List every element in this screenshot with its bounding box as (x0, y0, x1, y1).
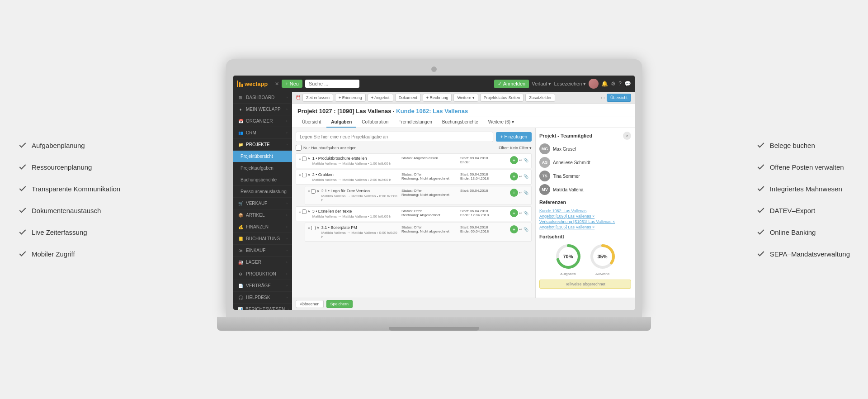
tab-weitere-(6)-▾[interactable]: Weitere (6) ▾ (484, 117, 519, 128)
zeit-button[interactable]: Zeit erfassen (302, 94, 333, 102)
task-reply-icon[interactable]: ↩ (519, 211, 523, 215)
ubersicht-button[interactable]: Übersicht (607, 94, 631, 102)
nav-item-verkauf[interactable]: 🛒VERKAUF› (233, 198, 292, 209)
task-attach-icon[interactable]: 📎 (524, 190, 528, 195)
task-reply-icon[interactable]: ↩ (519, 174, 523, 179)
task-checkbox[interactable] (311, 189, 316, 194)
nav-item-verträge[interactable]: 📄VERTRÄGE› (233, 280, 292, 292)
gear-icon[interactable]: ⚙ (611, 81, 616, 87)
nav-icon: 👥 (238, 131, 243, 135)
weitere-button[interactable]: Weitere ▾ (453, 94, 478, 102)
logo-bar-1 (237, 81, 238, 87)
teilweise-badge: Teilweise abgerechnet (539, 280, 631, 289)
task-reply-icon[interactable]: ↩ (519, 158, 523, 162)
speichern-button[interactable]: Speichern (326, 300, 353, 308)
nav-item-projekte[interactable]: 📁PROJEKTE› (233, 139, 292, 151)
task-billing: Rechnung: Nicht abgerechnet (401, 193, 456, 197)
task-add-button[interactable]: + (510, 189, 518, 197)
projektstatus-button[interactable]: Projektstatus-Seiten (480, 94, 524, 102)
aufwand-percent-label: 35% (597, 254, 607, 259)
reference-link[interactable]: Verkaufsrechnung [S1051] Las Vallenas × (539, 219, 631, 224)
task-attach-icon[interactable]: 📎 (524, 158, 528, 162)
close-icon[interactable]: ✕ (275, 81, 279, 87)
customer-link[interactable]: Kunde 1062: Las Vallenas (396, 108, 468, 114)
task-checkbox[interactable] (311, 226, 316, 230)
nav-item-projektaufgaben[interactable]: Projektaufgaben (233, 162, 292, 174)
new-button[interactable]: + Neu (282, 80, 302, 88)
nav-item-produktion[interactable]: ⚙PRODUKTION› (233, 268, 292, 280)
nav-item-organizer[interactable]: 📅ORGANIZER› (233, 115, 292, 127)
task-reply-icon[interactable]: ↩ (519, 227, 523, 232)
tab-buchungsberichte[interactable]: Buchungsberichte (438, 117, 483, 128)
bell-icon[interactable]: 🔔 (601, 81, 608, 87)
task-start: Start: 06.04.2018 (460, 225, 505, 229)
task-attach-icon[interactable]: 📎 (524, 174, 528, 179)
nav-item-mein-weclapp[interactable]: ♦MEIN WECLAPP› (233, 104, 292, 115)
nav-item-einkauf[interactable]: 🛍EINKAUF› (233, 245, 292, 256)
task-icons: ≡ ⚑ (308, 225, 320, 230)
question-icon[interactable]: ? (618, 81, 622, 87)
abbrechen-button[interactable]: Abbrechen (296, 300, 324, 308)
task-add-button[interactable]: + (510, 209, 518, 217)
tab-übersicht[interactable]: Übersicht (297, 117, 326, 128)
nav-item-berichtswesen[interactable]: 📊BERICHTSWESEN› (233, 304, 292, 310)
task-meta: Matilda Vallena → Matilda Vallena • 0:00… (321, 194, 400, 202)
nav-item-crm[interactable]: 👥CRM› (233, 127, 292, 139)
task-status: Status: Offen (401, 172, 456, 176)
reference-link[interactable]: Angebot [1090] Las Vallenas × (539, 214, 631, 218)
task-name: 1 • Produktbroschüre erstellen (312, 156, 400, 161)
tab-fremdleistungen[interactable]: Fremdleistungen (394, 117, 436, 128)
anmelden-button[interactable]: ✓ Anmelden (494, 80, 529, 88)
filter-right-label[interactable]: Filter: Kein Filter ▾ (499, 146, 532, 150)
next-icon[interactable]: › (604, 96, 605, 100)
new-task-input[interactable] (296, 132, 493, 142)
left-feature-item: Transparente Kommunikation (18, 184, 120, 193)
task-attach-icon[interactable]: 📎 (524, 227, 528, 232)
nav-item-projektübersicht[interactable]: Projektübersicht (233, 151, 292, 162)
task-end: Ende: 13.04.2018 (460, 176, 505, 180)
aufwand-circle: 35% Aufwand (589, 243, 616, 276)
nav-item-buchhaltung[interactable]: 📒BUCHHALTUNG› (233, 233, 292, 245)
comment-icon[interactable]: 💬 (624, 81, 631, 87)
feature-label: Dokumentenaustausch (32, 207, 101, 214)
reference-link[interactable]: Angebot [1105] Las Vallenas × (539, 225, 631, 229)
rechnung-button[interactable]: + Rechnung (423, 94, 452, 102)
nav-item-finanzen[interactable]: 💰FINANZEN› (233, 221, 292, 233)
task-checkbox[interactable] (302, 173, 307, 177)
nav-item-lager[interactable]: 🏭LAGER› (233, 256, 292, 268)
angebot-button[interactable]: + Angebot (368, 94, 393, 102)
tab-aufgaben[interactable]: Aufgaben (326, 117, 356, 128)
task-checkbox[interactable] (302, 157, 307, 161)
nav-expand-icon: › (286, 213, 288, 217)
nav-item-artikel[interactable]: 📦ARTIKEL› (233, 209, 292, 221)
tab-collaboration[interactable]: Collaboration (357, 117, 393, 128)
verlauf-link[interactable]: Verlauf ▾ (532, 81, 551, 87)
erinnerung-button[interactable]: + Erinnerung (335, 94, 366, 102)
left-nav: ⊞DASHBOARD›♦MEIN WECLAPP›📅ORGANIZER›👥CRM… (233, 92, 292, 310)
task-add-button[interactable]: + (510, 172, 518, 180)
task-add-button[interactable]: + (510, 156, 518, 164)
lesezeichen-link[interactable]: Lesezeichen ▾ (554, 81, 586, 87)
main-tasks-checkbox[interactable] (296, 145, 302, 151)
search-input[interactable] (305, 80, 359, 88)
nav-item-ressourcenauslastung[interactable]: Ressourcenauslastung (233, 186, 292, 198)
task-reply-icon[interactable]: ↩ (519, 190, 523, 195)
team-member: AS Anneliese Schmidt (539, 157, 631, 168)
reference-link[interactable]: Kunde 1062: Las Vallenas (539, 209, 631, 213)
zusatzfelder-button[interactable]: Zusatzfelder (525, 94, 555, 102)
task-attach-icon[interactable]: 📎 (524, 211, 528, 215)
nav-item-helpdesk[interactable]: 🎧HELPDESK› (233, 292, 292, 304)
nav-item-buchungsberichte[interactable]: Buchungsberichte (233, 174, 292, 186)
add-task-button[interactable]: + Hinzufügen (496, 132, 532, 142)
task-content: 3 • Erstellen der Texte Matilda Vallena … (312, 209, 400, 218)
prev-icon[interactable]: ‹ (601, 96, 602, 100)
check-icon (756, 184, 765, 193)
nav-item-dashboard[interactable]: ⊞DASHBOARD› (233, 92, 292, 104)
task-checkbox[interactable] (302, 209, 307, 214)
task-status: Status: Offen (401, 209, 456, 213)
user-avatar[interactable] (589, 79, 599, 89)
task-add-button[interactable]: + (510, 225, 518, 233)
dokument-button[interactable]: Dokument (395, 94, 421, 102)
expand-button[interactable]: › (623, 132, 631, 140)
task-content: 1 • Produktbroschüre erstellen Matilda V… (312, 156, 400, 166)
